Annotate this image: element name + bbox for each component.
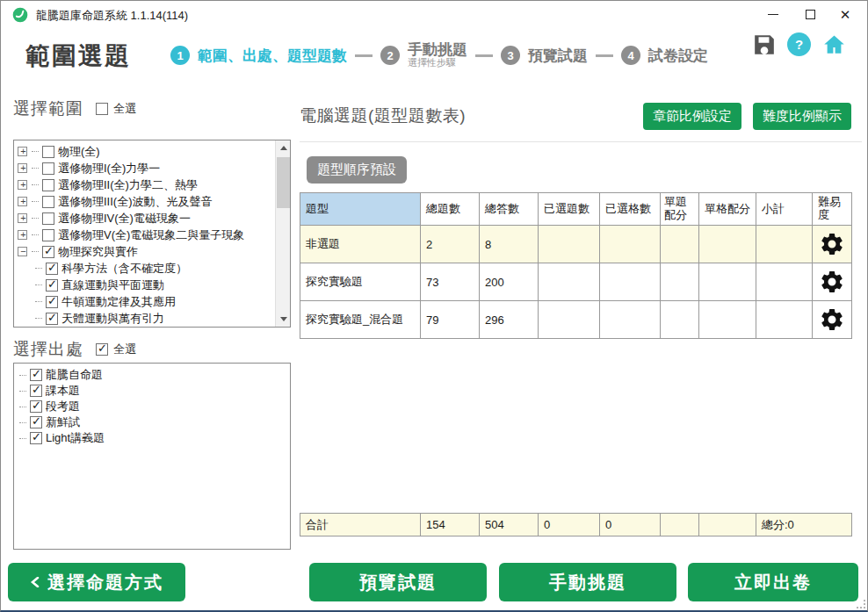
preview-questions-button[interactable]: 預覽試題 — [309, 563, 487, 601]
tree-checkbox[interactable] — [46, 313, 58, 325]
step-2-sublabel: 選擇性步驟 — [408, 58, 467, 68]
tree-item[interactable]: 物理(全) — [18, 143, 275, 160]
panel-title: 電腦選題(題型題數表) — [300, 104, 632, 127]
difficulty-gear-icon[interactable] — [819, 306, 845, 333]
step-4-label: 試卷設定 — [648, 46, 708, 66]
step-dash — [475, 54, 493, 57]
expand-icon[interactable] — [18, 197, 27, 206]
question-order-badge[interactable]: 題型順序預設 — [307, 156, 407, 184]
manual-pick-button[interactable]: 手動挑題 — [499, 563, 676, 601]
difficulty-gear-icon[interactable] — [819, 269, 845, 295]
step-dash — [596, 54, 613, 57]
tree-scrollbar[interactable] — [275, 140, 290, 327]
scrollbar-thumb[interactable] — [277, 157, 290, 208]
tree-checkbox[interactable] — [42, 179, 54, 191]
list-item[interactable]: 課本題 — [19, 383, 290, 399]
tree-checkbox[interactable] — [42, 229, 54, 241]
range-section-title: 選擇範圍 — [13, 97, 83, 120]
tree-checkbox[interactable] — [42, 162, 54, 175]
source-select-all-label: 全選 — [113, 342, 136, 357]
total-score: 總分:0 — [756, 514, 852, 536]
tree-item[interactable]: 物理探究與實作 — [18, 243, 275, 260]
resize-grip[interactable] — [857, 600, 865, 608]
expand-icon[interactable] — [18, 230, 27, 240]
tree-checkbox[interactable] — [42, 196, 54, 208]
expand-icon[interactable] — [18, 147, 27, 156]
list-item[interactable]: Light講義題 — [19, 430, 290, 446]
total-questions: 154 — [421, 514, 480, 536]
source-checkbox[interactable] — [30, 432, 42, 444]
total-answers: 504 — [480, 514, 539, 536]
list-item[interactable]: 龍騰自命題 — [19, 367, 290, 383]
table-row: 非選題 2 8 — [300, 226, 852, 263]
tree-item[interactable]: 選修物理V(全)電磁現象二與量子現象 — [18, 227, 275, 243]
source-checkbox[interactable] — [30, 400, 42, 413]
scroll-down-icon[interactable] — [276, 312, 291, 327]
expand-icon[interactable] — [18, 163, 27, 173]
difficulty-ratio-button[interactable]: 難度比例顯示 — [753, 103, 851, 130]
step-3-circle: 3 — [501, 46, 520, 65]
tree-item[interactable]: 牛頓運動定律及其應用 — [18, 293, 275, 310]
col-header-subtotal: 小計 — [756, 193, 813, 226]
col-header-points-per-question: 單題配分 — [661, 193, 699, 226]
tree-checkbox[interactable] — [46, 263, 58, 275]
table-total-row: 合計 154 504 0 0 總分:0 — [300, 513, 852, 536]
range-select-all-label: 全選 — [113, 101, 136, 117]
step-2-label: 手動挑題 — [408, 42, 467, 58]
tree-item[interactable]: 選修物理III(全)波動、光及聲音 — [18, 193, 275, 210]
list-item[interactable]: 段考題 — [19, 399, 290, 414]
col-header-selected-questions: 已選題數 — [539, 193, 600, 226]
step-1-label: 範圍、出處、題型題數 — [198, 46, 347, 66]
help-icon[interactable]: ? — [787, 32, 811, 56]
tree-item[interactable]: 選修物理I(全)力學一 — [18, 160, 275, 176]
step-1-circle: 1 — [170, 46, 190, 65]
col-header-selected-cells: 已選格數 — [600, 193, 661, 226]
close-button[interactable]: ✕ — [830, 1, 860, 27]
chapter-ratio-button[interactable]: 章節比例設定 — [643, 103, 741, 130]
tree-checkbox[interactable] — [42, 212, 54, 225]
help-glyph: ? — [795, 37, 803, 52]
maximize-button[interactable] — [795, 1, 825, 27]
col-header-total-answers: 總答數 — [480, 193, 539, 226]
source-checkbox[interactable] — [30, 369, 42, 381]
expand-icon[interactable] — [18, 213, 27, 223]
tree-checkbox[interactable] — [46, 296, 58, 308]
question-type-table: 題型 總題數 總答數 已選題數 已選格數 單題配分 單格配分 小計 難易度 非選… — [300, 192, 852, 339]
source-list: 龍騰自命題 課本題 段考題 新鮮試 Light講義題 — [13, 363, 291, 550]
list-item[interactable]: 新鮮試 — [19, 414, 290, 430]
chevron-left-icon — [30, 577, 40, 587]
close-icon: ✕ — [840, 8, 851, 21]
step-indicator: 1 範圍、出處、題型題數 2 手動挑題 選擇性步驟 3 預覽試題 4 試卷設定 — [170, 36, 708, 75]
step-3-label: 預覽試題 — [528, 46, 588, 66]
range-select-all[interactable]: 全選 — [96, 101, 136, 117]
range-select-all-checkbox[interactable] — [96, 103, 108, 115]
tree-item[interactable]: 選修物理II(全)力學二、熱學 — [18, 176, 275, 193]
total-label: 合計 — [300, 514, 421, 536]
total-selected-cells: 0 — [600, 514, 661, 536]
expand-icon[interactable] — [18, 180, 27, 190]
back-to-method-button[interactable]: 選擇命題方式 — [8, 563, 185, 601]
source-section-title: 選擇出處 — [13, 338, 83, 361]
scroll-up-icon[interactable] — [276, 140, 291, 155]
titlebar: 龍騰題庫命題系統 1.1.14(114) ✕ — [1, 1, 867, 29]
tree-item[interactable]: 直線運動與平面運動 — [18, 277, 275, 293]
tree-item[interactable]: 天體運動與萬有引力 — [18, 310, 275, 327]
source-select-all-checkbox[interactable] — [96, 343, 108, 356]
col-header-type: 題型 — [300, 193, 421, 226]
collapse-icon[interactable] — [18, 247, 27, 256]
source-checkbox[interactable] — [30, 416, 42, 428]
generate-paper-button[interactable]: 立即出卷 — [688, 563, 858, 601]
difficulty-gear-icon[interactable] — [819, 231, 845, 257]
minimize-icon — [768, 14, 778, 15]
tree-checkbox[interactable] — [42, 146, 54, 158]
home-icon[interactable] — [822, 32, 846, 56]
tree-item[interactable]: 選修物理IV(全)電磁現象一 — [18, 210, 275, 227]
source-select-all[interactable]: 全選 — [96, 342, 136, 357]
save-icon[interactable] — [753, 33, 776, 56]
col-header-total-questions: 總題數 — [421, 193, 480, 226]
source-checkbox[interactable] — [30, 385, 42, 397]
tree-item[interactable]: 科學方法（含不確定度） — [18, 260, 275, 277]
tree-checkbox[interactable] — [46, 279, 58, 292]
tree-checkbox[interactable] — [42, 246, 54, 258]
minimize-button[interactable] — [758, 1, 788, 27]
